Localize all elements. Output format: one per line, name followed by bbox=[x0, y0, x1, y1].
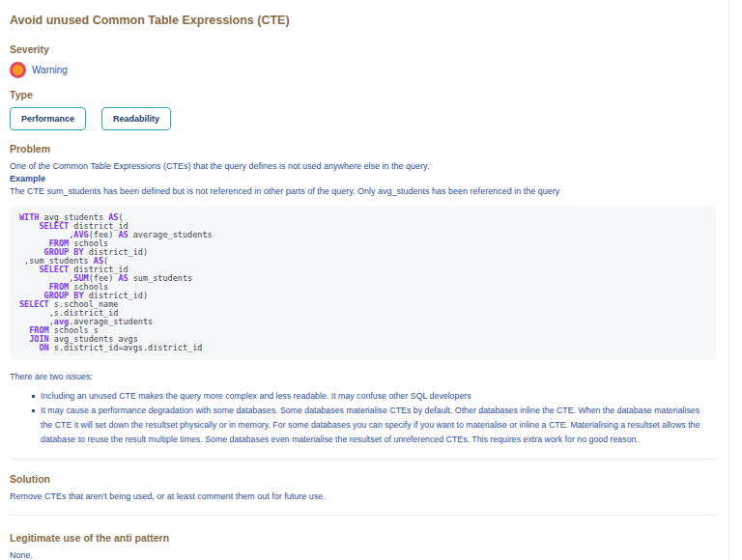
tag-performance-button[interactable]: Performance bbox=[10, 107, 86, 130]
severity-status-badge: Warning bbox=[10, 62, 716, 78]
example-label: Example bbox=[10, 173, 716, 185]
code-line: ,avg.average_students bbox=[19, 318, 706, 326]
problem-description: One of the Common Table Expressions (CTE… bbox=[10, 160, 716, 173]
code-line: ON s.district_id=avgs.district_id bbox=[19, 344, 706, 352]
issue-item: Including an unused CTE makes the query … bbox=[32, 389, 713, 404]
example-description: The CTE sum_students has been defined bu… bbox=[10, 185, 716, 198]
type-tag-list: PerformanceReadability bbox=[10, 107, 716, 130]
page-title: Avoid unused Common Table Expressions (C… bbox=[10, 14, 716, 27]
sql-code: WITH avg_students AS( SELECT district_id… bbox=[19, 213, 706, 352]
type-heading: Type bbox=[10, 89, 716, 100]
section-divider bbox=[10, 515, 716, 516]
code-line: ,SUM(fee) AS sum_students bbox=[19, 274, 706, 283]
severity-heading: Severity bbox=[10, 43, 716, 55]
solution-description: Remove CTEs that aren't being used, or a… bbox=[10, 490, 716, 503]
code-line: GROUP BY district_id) bbox=[19, 248, 706, 257]
problem-heading: Problem bbox=[10, 143, 716, 154]
issues-intro: There are two issues: bbox=[10, 371, 716, 383]
doc-page: Avoid unused Common Table Expressions (C… bbox=[0, 0, 742, 560]
warning-circle-icon bbox=[10, 62, 26, 78]
code-line: SELECT s.school_name bbox=[19, 300, 706, 309]
issues-list: Including an unused CTE makes the query … bbox=[10, 389, 713, 447]
solution-heading: Solution bbox=[10, 473, 716, 485]
sql-code-block: WITH avg_students AS( SELECT district_id… bbox=[10, 206, 716, 360]
code-line: GROUP BY district_id) bbox=[19, 292, 706, 300]
content-right-border bbox=[728, 0, 729, 560]
section-divider bbox=[10, 459, 716, 460]
tag-readability-button[interactable]: Readability bbox=[101, 107, 171, 130]
severity-level-label: Warning bbox=[32, 65, 68, 76]
legitimate-use-heading: Legitimate use of the anti pattern bbox=[10, 532, 716, 544]
code-line: ,AVG(fee) AS average_students bbox=[19, 231, 706, 239]
issue-item: It may cause a performance degradation w… bbox=[32, 404, 713, 447]
legitimate-use-description: None. bbox=[10, 549, 716, 560]
